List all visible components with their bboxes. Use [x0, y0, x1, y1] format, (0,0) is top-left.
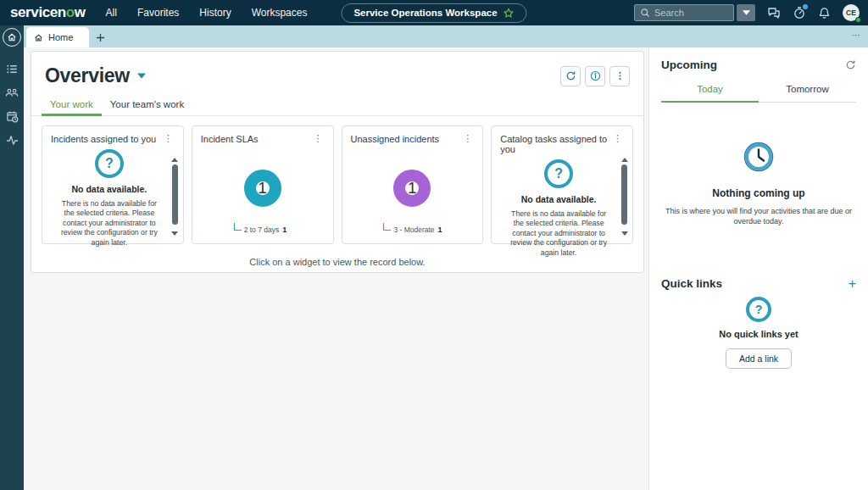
nav-favorites[interactable]: Favorites	[137, 7, 179, 19]
search-input[interactable]	[654, 8, 722, 18]
notification-badge	[803, 4, 808, 9]
sidebar-item-lists[interactable]	[0, 57, 24, 81]
main-content: Overview	[24, 47, 648, 490]
legend-label: 3 - Moderate	[393, 226, 434, 234]
widget-incidents-assigned[interactable]: Incidents assigned to you ⋮ ? No data av…	[42, 125, 184, 244]
donut-value: 1	[408, 179, 417, 198]
work-tabs: Your work Your team's work	[31, 94, 643, 116]
scroll-up-arrow[interactable]	[171, 158, 178, 162]
refresh-button[interactable]	[560, 66, 581, 86]
legend-connector	[234, 223, 242, 231]
tab-your-teams-work[interactable]: Your team's work	[102, 94, 192, 115]
logo-text: servicen	[10, 4, 66, 20]
scroll-down-arrow[interactable]	[171, 231, 178, 236]
donut-legend[interactable]: 3 - Moderate 1	[383, 226, 442, 234]
global-search[interactable]	[634, 4, 734, 21]
widget-menu-button[interactable]: ⋮	[312, 134, 325, 142]
legend-connector	[383, 223, 391, 231]
sidebar-item-groups[interactable]	[0, 81, 24, 104]
sidebar-item-calendar[interactable]	[0, 104, 24, 128]
question-icon: ?	[544, 159, 573, 188]
nav-history[interactable]: History	[199, 7, 231, 19]
presence-status-dot	[855, 17, 861, 23]
add-quick-link-button[interactable]: +	[849, 279, 856, 289]
tab-tomorrow[interactable]: Tomorrow	[759, 84, 856, 102]
widget-menu-button[interactable]: ⋮	[461, 134, 474, 142]
widget-hint-text: Click on a widget to view the record bel…	[31, 257, 643, 267]
activity-center-icon[interactable]	[792, 6, 806, 20]
servicenow-logo[interactable]: servicenow	[10, 4, 86, 21]
widget-title: Unassigned incidents	[351, 134, 440, 144]
widget-row: Incidents assigned to you ⋮ ? No data av…	[31, 116, 643, 244]
upcoming-refresh-button[interactable]	[845, 59, 856, 70]
workspace-switcher[interactable]: Service Operations Workspace	[341, 3, 526, 23]
header-actions: CE	[634, 4, 860, 21]
overview-toolbar	[560, 66, 630, 86]
widget-menu-button[interactable]: ⋮	[162, 134, 175, 142]
tab-your-work[interactable]: Your work	[42, 94, 102, 115]
quick-links-title: Quick links	[661, 277, 722, 290]
donut-value: 1	[258, 179, 267, 198]
legend-value: 1	[438, 226, 442, 234]
info-icon	[590, 70, 601, 81]
upcoming-title: Upcoming	[661, 58, 717, 71]
chat-icon[interactable]	[766, 6, 781, 20]
more-options-button[interactable]	[609, 66, 630, 86]
upcoming-empty-text: This is where you will find your activit…	[661, 206, 856, 226]
sidebar-item-activity[interactable]	[0, 128, 24, 152]
no-data-text: There is no data available for the selec…	[507, 209, 610, 258]
scroll-down-arrow[interactable]	[621, 231, 628, 236]
page-title: Overview	[45, 64, 130, 87]
star-icon[interactable]	[504, 8, 515, 19]
donut-chart[interactable]: 1	[244, 170, 281, 207]
overview-panel: Overview	[31, 51, 644, 273]
scrollbar-thumb[interactable]	[621, 164, 627, 225]
widget-catalog-tasks[interactable]: Catalog tasks assigned to you ⋮ ? No dat…	[491, 125, 633, 244]
widget-unassigned-incidents[interactable]: Unassigned incidents ⋮ 1 3 - Moderate	[342, 125, 484, 244]
scroll-up-arrow[interactable]	[621, 158, 628, 162]
sidebar-item-home[interactable]	[3, 28, 21, 47]
search-options-button[interactable]	[737, 4, 755, 21]
refresh-icon	[565, 70, 576, 81]
nav-all[interactable]: All	[106, 7, 117, 19]
user-avatar[interactable]: CE	[843, 4, 860, 21]
widget-scrollbar[interactable]	[171, 158, 179, 236]
widget-scrollbar[interactable]	[620, 158, 628, 236]
kebab-icon	[615, 70, 626, 81]
question-icon: ?	[746, 297, 771, 322]
list-icon	[6, 63, 19, 75]
pulse-icon	[6, 134, 19, 147]
top-header: servicenow All Favorites History Workspa…	[0, 0, 868, 25]
avatar-initials: CE	[846, 8, 856, 17]
donut-chart[interactable]: 1	[393, 170, 431, 207]
widget-menu-button[interactable]: ⋮	[611, 134, 624, 142]
upcoming-empty-title: Nothing coming up	[661, 187, 856, 199]
top-nav: All Favorites History Workspaces	[106, 7, 308, 19]
info-button[interactable]	[585, 66, 605, 86]
no-data-text: There is no data available for the selec…	[58, 199, 161, 248]
nav-workspaces[interactable]: Workspaces	[252, 7, 308, 19]
add-a-link-button[interactable]: Add a link	[726, 348, 792, 369]
new-tab-button[interactable]	[89, 27, 111, 47]
upcoming-tabs: Today Tomorrow	[661, 84, 856, 103]
tab-home[interactable]: Home	[26, 27, 89, 47]
quick-links-empty-title: No quick links yet	[661, 329, 856, 339]
upcoming-panel: Upcoming Today Tomorrow Nothing coming u…	[648, 47, 868, 490]
bell-icon[interactable]	[817, 6, 832, 20]
no-data-title: No data available.	[58, 184, 161, 194]
legend-value: 1	[282, 226, 287, 234]
scrollbar-thumb[interactable]	[172, 164, 178, 225]
plus-icon	[96, 33, 105, 42]
no-data-title: No data available.	[507, 194, 610, 204]
widget-title: Incidents assigned to you	[51, 134, 156, 144]
quick-links-panel: Quick links + ? No quick links yet Add a…	[661, 277, 856, 369]
donut-legend[interactable]: 2 to 7 days 1	[234, 226, 287, 234]
left-sidebar	[0, 25, 24, 490]
refresh-icon	[845, 59, 856, 70]
search-icon	[640, 8, 650, 18]
tab-today[interactable]: Today	[661, 84, 759, 102]
tab-overflow-button[interactable]: ⋯	[852, 31, 861, 40]
title-dropdown-button[interactable]	[137, 73, 146, 79]
widget-incident-slas[interactable]: Incident SLAs ⋮ 1 2 to 7 days	[192, 125, 334, 244]
logo-text-end: w	[75, 4, 86, 20]
